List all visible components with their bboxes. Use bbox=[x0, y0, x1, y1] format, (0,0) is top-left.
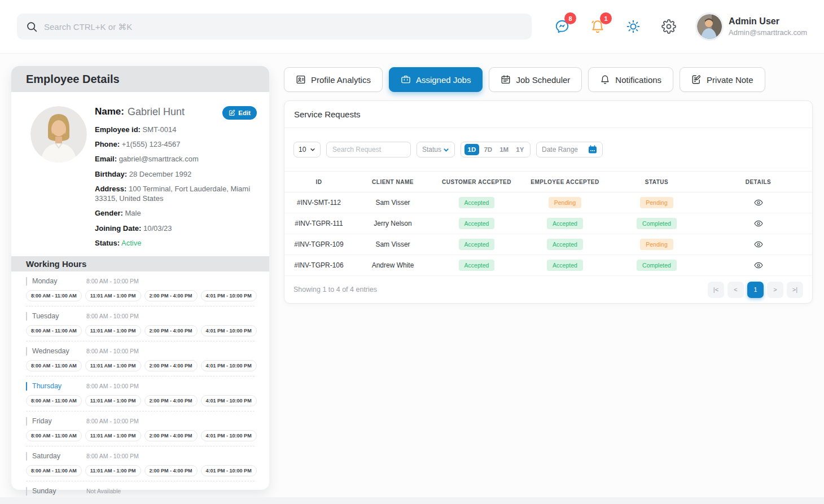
eye-icon bbox=[754, 240, 763, 249]
view-details-button[interactable] bbox=[753, 239, 764, 250]
page-1-button[interactable]: 1 bbox=[747, 282, 764, 298]
time-slot-chip[interactable]: 11:01 AM - 1:00 PM bbox=[85, 325, 141, 336]
working-hours-title: Working Hours bbox=[11, 256, 269, 271]
time-slots: 8:00 AM - 11:00 AM11:01 AM - 1:00 PM2:00… bbox=[26, 360, 255, 371]
theme-toggle-button[interactable] bbox=[625, 19, 641, 34]
time-slot-chip[interactable]: 2:00 PM - 4:00 PM bbox=[144, 465, 198, 476]
messenger-button[interactable]: 8 bbox=[554, 19, 570, 34]
time-slot-chip[interactable]: 11:01 AM - 1:00 PM bbox=[85, 430, 141, 441]
working-hours-day-saturday: Saturday8:00 AM - 10:00 PM 8:00 AM - 11:… bbox=[11, 446, 269, 481]
global-search[interactable] bbox=[17, 14, 532, 40]
notifications-button[interactable]: 1 bbox=[590, 19, 606, 34]
tab-job-scheduler[interactable]: Job Scheduler bbox=[489, 67, 582, 92]
time-slot-chip[interactable]: 11:01 AM - 1:00 PM bbox=[85, 360, 141, 371]
detail-tabs: Profile Analytics Assigned Jobs Job Sche… bbox=[284, 67, 765, 92]
table-footer: Showing 1 to 4 of 4 entries |< < 1 > >| bbox=[284, 276, 812, 303]
time-slot-chip[interactable]: 2:00 PM - 4:00 PM bbox=[144, 325, 198, 336]
time-slot-chip[interactable]: 2:00 PM - 4:00 PM bbox=[144, 430, 198, 441]
calendar-icon bbox=[501, 74, 511, 85]
time-slot-chip[interactable]: 4:01 PM - 10:00 PM bbox=[201, 465, 257, 476]
working-hours-day-thursday: Thursday8:00 AM - 10:00 PM 8:00 AM - 11:… bbox=[11, 376, 269, 411]
settings-button[interactable] bbox=[661, 19, 677, 34]
day-marker bbox=[26, 417, 27, 426]
edit-button[interactable]: Edit bbox=[222, 106, 257, 120]
bottom-band bbox=[0, 497, 824, 504]
client-name: Andrew White bbox=[353, 261, 432, 269]
time-slot-chip[interactable]: 8:00 AM - 11:00 AM bbox=[26, 395, 82, 406]
chevron-down-icon bbox=[443, 147, 449, 153]
time-slot-chip[interactable]: 11:01 AM - 1:00 PM bbox=[85, 290, 141, 301]
time-slot-chip[interactable]: 4:01 PM - 10:00 PM bbox=[201, 430, 257, 441]
field-joining-date: Joining Date: 10/03/23 bbox=[95, 224, 257, 234]
view-details-button[interactable] bbox=[753, 260, 764, 271]
time-slot-chip[interactable]: 2:00 PM - 4:00 PM bbox=[144, 360, 198, 371]
time-slot-chip[interactable]: 8:00 AM - 11:00 AM bbox=[26, 465, 82, 476]
range-1d[interactable]: 1D bbox=[464, 144, 480, 155]
field-email: Email: gabriel@smarttrack.com bbox=[95, 155, 257, 164]
field-employee-id: Employee id: SMT-0014 bbox=[95, 125, 257, 135]
time-slot-chip[interactable]: 4:01 PM - 10:00 PM bbox=[201, 395, 257, 406]
tab-assigned-jobs[interactable]: Assigned Jobs bbox=[389, 67, 483, 92]
id-card-icon bbox=[296, 74, 306, 85]
time-slot-chip[interactable]: 8:00 AM - 11:00 AM bbox=[26, 290, 82, 301]
time-slots: 8:00 AM - 11:00 AM11:01 AM - 1:00 PM2:00… bbox=[26, 465, 255, 476]
first-page-button[interactable]: |< bbox=[708, 282, 724, 298]
field-phone: Phone: +1(555) 123-4567 bbox=[95, 140, 257, 150]
page-size-select[interactable]: 10 bbox=[293, 142, 321, 157]
topbar: 8 1 bbox=[0, 0, 824, 54]
time-slot-chip[interactable]: 4:01 PM - 10:00 PM bbox=[201, 325, 257, 336]
table-row: #INV-TGPR-111 Jerry Nelson Accepted Acce… bbox=[284, 213, 812, 234]
range-7d[interactable]: 7D bbox=[481, 144, 495, 155]
time-slot-chip[interactable]: 11:01 AM - 1:00 PM bbox=[85, 395, 141, 406]
jobs-icon bbox=[401, 74, 411, 85]
search-request-input[interactable] bbox=[332, 146, 405, 154]
table-row: #INV-TGPR-109 Sam Visser Accepted Accept… bbox=[284, 234, 812, 255]
time-slots: 8:00 AM - 11:00 AM11:01 AM - 1:00 PM2:00… bbox=[26, 290, 255, 301]
time-slots: 8:00 AM - 11:00 AM11:01 AM - 1:00 PM2:00… bbox=[26, 395, 255, 406]
employee-accepted-badge: Pending bbox=[549, 197, 582, 208]
time-slot-chip[interactable]: 8:00 AM - 11:00 AM bbox=[26, 360, 82, 371]
tab-private-note[interactable]: Private Note bbox=[680, 67, 765, 92]
tab-notifications[interactable]: Notifications bbox=[588, 67, 673, 92]
view-details-button[interactable] bbox=[753, 197, 764, 208]
employee-accepted-badge: Accepted bbox=[547, 260, 583, 271]
edit-icon bbox=[229, 109, 235, 116]
eye-icon bbox=[754, 198, 763, 207]
status-value: Active bbox=[121, 239, 141, 247]
time-slot-chip[interactable]: 4:01 PM - 10:00 PM bbox=[201, 290, 257, 301]
note-icon bbox=[691, 74, 702, 85]
table-row: #INV-SMT-112 Sam Visser Accepted Pending… bbox=[284, 192, 812, 213]
user-info: Admin User Admin@smarttrack.com bbox=[729, 16, 807, 37]
page: 8 1 bbox=[0, 0, 824, 504]
employee-name: Gabriel Hunt bbox=[128, 106, 185, 118]
status-select[interactable]: Status bbox=[417, 142, 455, 157]
date-range-picker[interactable]: Date Range bbox=[536, 142, 603, 157]
time-slot-chip[interactable]: 8:00 AM - 11:00 AM bbox=[26, 325, 82, 336]
view-details-button[interactable] bbox=[753, 218, 764, 229]
time-slot-chip[interactable]: 11:01 AM - 1:00 PM bbox=[85, 465, 141, 476]
client-name: Sam Visser bbox=[353, 199, 432, 207]
status-badge: Pending bbox=[640, 197, 673, 208]
day-marker bbox=[26, 277, 27, 286]
time-slot-chip[interactable]: 2:00 PM - 4:00 PM bbox=[144, 395, 198, 406]
entries-summary: Showing 1 to 4 of 4 entries bbox=[293, 286, 377, 293]
search-request-field[interactable] bbox=[326, 142, 411, 157]
time-slot-chip[interactable]: 8:00 AM - 11:00 AM bbox=[26, 430, 82, 441]
day-marker bbox=[26, 382, 27, 391]
user-menu[interactable]: Admin User Admin@smarttrack.com bbox=[697, 14, 807, 39]
field-address: Address: 100 Terminal, Fort Lauderdale, … bbox=[95, 185, 257, 204]
table-row: #INV-TGPR-106 Andrew White Accepted Acce… bbox=[284, 255, 812, 276]
last-page-button[interactable]: >| bbox=[787, 282, 803, 298]
tab-profile-analytics[interactable]: Profile Analytics bbox=[284, 67, 383, 92]
field-birthday: Birthday: 28 December 1992 bbox=[95, 170, 257, 179]
range-1y[interactable]: 1Y bbox=[513, 144, 527, 155]
time-slot-chip[interactable]: 4:01 PM - 10:00 PM bbox=[201, 360, 257, 371]
messenger-badge: 8 bbox=[564, 12, 576, 24]
prev-page-button[interactable]: < bbox=[727, 282, 744, 298]
next-page-button[interactable]: > bbox=[767, 282, 783, 298]
status-badge: Pending bbox=[640, 239, 673, 250]
time-slot-chip[interactable]: 2:00 PM - 4:00 PM bbox=[144, 290, 198, 301]
search-input[interactable] bbox=[44, 22, 523, 32]
client-name: Jerry Nelson bbox=[353, 220, 432, 227]
range-1m[interactable]: 1M bbox=[497, 144, 511, 155]
